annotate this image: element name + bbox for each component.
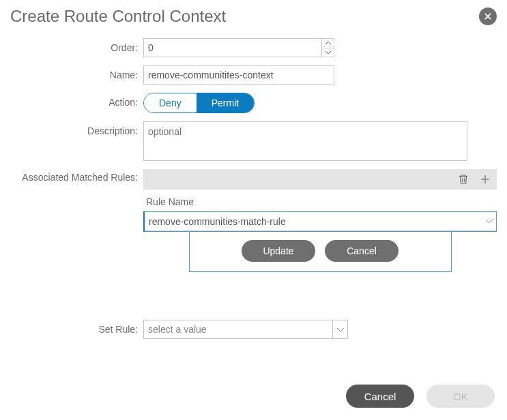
- chevron-up-icon: [325, 41, 331, 45]
- order-input[interactable]: [144, 39, 321, 57]
- amr-column-header: Rule Name: [146, 196, 497, 207]
- name-input[interactable]: [143, 65, 334, 85]
- close-icon: [483, 12, 493, 21]
- set-rule-placeholder: select a value: [144, 324, 332, 335]
- amr-cancel-button[interactable]: Cancel: [325, 240, 399, 262]
- rule-name-select[interactable]: remove-communities-match-rule: [145, 212, 496, 231]
- amr-label: Associated Matched Rules:: [10, 169, 143, 183]
- order-step-up[interactable]: [322, 39, 334, 48]
- dialog-footer: Cancel OK: [346, 385, 495, 408]
- close-button[interactable]: [479, 7, 497, 25]
- chevron-down-icon: [486, 219, 493, 224]
- description-textarea[interactable]: [143, 121, 467, 161]
- chevron-down-icon: [325, 50, 331, 55]
- set-rule-label: Set Rule:: [10, 320, 143, 335]
- amr-actions-row: Update Cancel: [189, 232, 452, 272]
- description-label: Description:: [10, 121, 143, 136]
- amr-toolbar: [143, 169, 497, 190]
- order-label: Order:: [10, 38, 143, 53]
- order-stepper[interactable]: [143, 38, 334, 57]
- action-deny-button[interactable]: Deny: [144, 93, 197, 112]
- trash-icon: [457, 173, 469, 185]
- action-label: Action:: [10, 93, 143, 108]
- amr-delete-button[interactable]: [457, 173, 469, 185]
- name-label: Name:: [10, 65, 143, 80]
- rule-name-value: remove-communities-match-rule: [145, 216, 482, 227]
- cancel-button[interactable]: Cancel: [346, 385, 414, 408]
- action-toggle: Deny Permit: [143, 93, 255, 113]
- action-permit-button[interactable]: Permit: [197, 93, 254, 112]
- set-rule-select[interactable]: select a value: [143, 320, 348, 339]
- rule-name-dropdown-toggle[interactable]: [482, 212, 496, 230]
- chevron-down-icon: [337, 327, 344, 332]
- set-rule-dropdown-toggle[interactable]: [332, 320, 347, 338]
- order-step-down[interactable]: [322, 48, 334, 57]
- amr-update-button[interactable]: Update: [242, 240, 315, 262]
- dialog-title: Create Route Control Context: [10, 7, 226, 26]
- plus-icon: [479, 173, 491, 185]
- ok-button: OK: [426, 385, 495, 408]
- amr-add-button[interactable]: [479, 173, 491, 185]
- amr-rule-editor: remove-communities-match-rule: [143, 211, 497, 232]
